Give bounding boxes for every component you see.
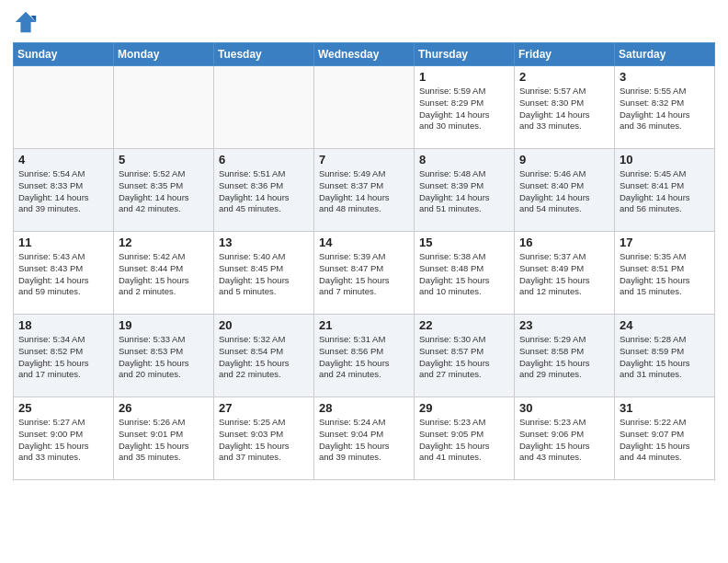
day-number: 22: [419, 318, 509, 332]
calendar-cell: 15Sunrise: 5:38 AM Sunset: 8:48 PM Dayli…: [415, 232, 515, 315]
cell-info: Sunrise: 5:45 AM Sunset: 8:41 PM Dayligh…: [620, 168, 710, 215]
calendar-cell: [314, 66, 415, 149]
calendar-cell: [14, 66, 114, 149]
cell-info: Sunrise: 5:24 AM Sunset: 9:04 PM Dayligh…: [319, 417, 409, 464]
cell-info: Sunrise: 5:23 AM Sunset: 9:06 PM Dayligh…: [519, 417, 609, 464]
cell-info: Sunrise: 5:54 AM Sunset: 8:33 PM Dayligh…: [18, 168, 108, 215]
day-header-friday: Friday: [515, 43, 615, 66]
cell-info: Sunrise: 5:30 AM Sunset: 8:57 PM Dayligh…: [419, 334, 509, 381]
day-number: 1: [419, 70, 509, 84]
cell-info: Sunrise: 5:57 AM Sunset: 8:30 PM Dayligh…: [519, 86, 609, 132]
day-number: 18: [18, 318, 108, 332]
day-number: 11: [18, 236, 108, 249]
cell-info: Sunrise: 5:43 AM Sunset: 8:43 PM Dayligh…: [18, 251, 108, 298]
day-number: 9: [519, 153, 609, 167]
cell-info: Sunrise: 5:23 AM Sunset: 9:05 PM Dayligh…: [419, 417, 509, 464]
day-number: 30: [519, 401, 609, 415]
cell-info: Sunrise: 5:39 AM Sunset: 8:47 PM Dayligh…: [319, 251, 409, 298]
calendar-cell: 28Sunrise: 5:24 AM Sunset: 9:04 PM Dayli…: [314, 397, 415, 480]
calendar-cell: 3Sunrise: 5:55 AM Sunset: 8:32 PM Daylig…: [615, 66, 715, 149]
calendar-cell: 11Sunrise: 5:43 AM Sunset: 8:43 PM Dayli…: [14, 232, 114, 315]
day-number: 3: [620, 70, 710, 84]
cell-info: Sunrise: 5:51 AM Sunset: 8:36 PM Dayligh…: [219, 168, 309, 215]
cell-info: Sunrise: 5:46 AM Sunset: 8:40 PM Dayligh…: [519, 168, 609, 215]
day-header-row: SundayMondayTuesdayWednesdayThursdayFrid…: [14, 43, 715, 66]
day-number: 25: [18, 401, 108, 415]
day-header-tuesday: Tuesday: [214, 43, 314, 66]
day-number: 7: [319, 153, 409, 167]
cell-info: Sunrise: 5:31 AM Sunset: 8:56 PM Dayligh…: [319, 334, 409, 381]
week-row-3: 11Sunrise: 5:43 AM Sunset: 8:43 PM Dayli…: [14, 232, 715, 315]
calendar-cell: 1Sunrise: 5:59 AM Sunset: 8:29 PM Daylig…: [415, 66, 515, 149]
calendar-page: SundayMondayTuesdayWednesdayThursdayFrid…: [0, 0, 728, 489]
day-number: 28: [319, 401, 409, 415]
day-number: 5: [119, 153, 209, 167]
day-header-wednesday: Wednesday: [314, 43, 415, 66]
calendar-cell: 14Sunrise: 5:39 AM Sunset: 8:47 PM Dayli…: [314, 232, 415, 315]
calendar-body: 1Sunrise: 5:59 AM Sunset: 8:29 PM Daylig…: [14, 66, 715, 480]
cell-info: Sunrise: 5:35 AM Sunset: 8:51 PM Dayligh…: [620, 251, 710, 298]
calendar-cell: 16Sunrise: 5:37 AM Sunset: 8:49 PM Dayli…: [515, 232, 615, 315]
cell-info: Sunrise: 5:34 AM Sunset: 8:52 PM Dayligh…: [18, 334, 108, 381]
cell-info: Sunrise: 5:32 AM Sunset: 8:54 PM Dayligh…: [219, 334, 309, 381]
cell-info: Sunrise: 5:42 AM Sunset: 8:44 PM Dayligh…: [119, 251, 209, 298]
week-row-5: 25Sunrise: 5:27 AM Sunset: 9:00 PM Dayli…: [14, 397, 715, 480]
day-header-thursday: Thursday: [415, 43, 515, 66]
calendar-cell: 26Sunrise: 5:26 AM Sunset: 9:01 PM Dayli…: [114, 397, 214, 480]
calendar-cell: 12Sunrise: 5:42 AM Sunset: 8:44 PM Dayli…: [114, 232, 214, 315]
day-number: 29: [419, 401, 509, 415]
day-number: 6: [219, 153, 309, 167]
cell-info: Sunrise: 5:55 AM Sunset: 8:32 PM Dayligh…: [620, 86, 710, 132]
calendar-cell: 9Sunrise: 5:46 AM Sunset: 8:40 PM Daylig…: [515, 149, 615, 232]
day-number: 4: [18, 153, 108, 167]
day-header-monday: Monday: [114, 43, 214, 66]
calendar-cell: 29Sunrise: 5:23 AM Sunset: 9:05 PM Dayli…: [415, 397, 515, 480]
day-number: 2: [519, 70, 609, 84]
logo: [13, 9, 42, 35]
svg-marker-0: [16, 12, 36, 32]
calendar-cell: 18Sunrise: 5:34 AM Sunset: 8:52 PM Dayli…: [14, 315, 114, 397]
week-row-4: 18Sunrise: 5:34 AM Sunset: 8:52 PM Dayli…: [14, 315, 715, 397]
day-number: 20: [219, 318, 309, 332]
week-row-2: 4Sunrise: 5:54 AM Sunset: 8:33 PM Daylig…: [14, 149, 715, 232]
day-number: 13: [219, 236, 309, 249]
calendar-cell: [114, 66, 214, 149]
calendar-cell: 13Sunrise: 5:40 AM Sunset: 8:45 PM Dayli…: [214, 232, 314, 315]
header: [13, 9, 715, 35]
calendar-cell: 10Sunrise: 5:45 AM Sunset: 8:41 PM Dayli…: [615, 149, 715, 232]
calendar-cell: 21Sunrise: 5:31 AM Sunset: 8:56 PM Dayli…: [314, 315, 415, 397]
calendar-cell: 23Sunrise: 5:29 AM Sunset: 8:58 PM Dayli…: [515, 315, 615, 397]
calendar-cell: 7Sunrise: 5:49 AM Sunset: 8:37 PM Daylig…: [314, 149, 415, 232]
calendar-cell: 4Sunrise: 5:54 AM Sunset: 8:33 PM Daylig…: [14, 149, 114, 232]
calendar-cell: 2Sunrise: 5:57 AM Sunset: 8:30 PM Daylig…: [515, 66, 615, 149]
day-number: 23: [519, 318, 609, 332]
day-number: 27: [219, 401, 309, 415]
day-number: 24: [620, 318, 710, 332]
day-number: 14: [319, 236, 409, 249]
day-number: 17: [620, 236, 710, 249]
cell-info: Sunrise: 5:37 AM Sunset: 8:49 PM Dayligh…: [519, 251, 609, 298]
day-number: 15: [419, 236, 509, 249]
calendar-header: SundayMondayTuesdayWednesdayThursdayFrid…: [14, 43, 715, 66]
cell-info: Sunrise: 5:59 AM Sunset: 8:29 PM Dayligh…: [419, 86, 509, 132]
day-number: 31: [620, 401, 710, 415]
calendar-cell: 6Sunrise: 5:51 AM Sunset: 8:36 PM Daylig…: [214, 149, 314, 232]
calendar-cell: 22Sunrise: 5:30 AM Sunset: 8:57 PM Dayli…: [415, 315, 515, 397]
cell-info: Sunrise: 5:22 AM Sunset: 9:07 PM Dayligh…: [620, 417, 710, 464]
day-number: 21: [319, 318, 409, 332]
calendar-cell: 17Sunrise: 5:35 AM Sunset: 8:51 PM Dayli…: [615, 232, 715, 315]
calendar-cell: [214, 66, 314, 149]
day-number: 8: [419, 153, 509, 167]
logo-icon: [13, 9, 39, 35]
calendar-cell: 19Sunrise: 5:33 AM Sunset: 8:53 PM Dayli…: [114, 315, 214, 397]
cell-info: Sunrise: 5:25 AM Sunset: 9:03 PM Dayligh…: [219, 417, 309, 464]
cell-info: Sunrise: 5:38 AM Sunset: 8:48 PM Dayligh…: [419, 251, 509, 298]
calendar-cell: 31Sunrise: 5:22 AM Sunset: 9:07 PM Dayli…: [615, 397, 715, 480]
calendar-cell: 20Sunrise: 5:32 AM Sunset: 8:54 PM Dayli…: [214, 315, 314, 397]
calendar-cell: 30Sunrise: 5:23 AM Sunset: 9:06 PM Dayli…: [515, 397, 615, 480]
cell-info: Sunrise: 5:27 AM Sunset: 9:00 PM Dayligh…: [18, 417, 108, 464]
cell-info: Sunrise: 5:28 AM Sunset: 8:59 PM Dayligh…: [620, 334, 710, 381]
calendar-cell: 8Sunrise: 5:48 AM Sunset: 8:39 PM Daylig…: [415, 149, 515, 232]
calendar-cell: 24Sunrise: 5:28 AM Sunset: 8:59 PM Dayli…: [615, 315, 715, 397]
day-header-sunday: Sunday: [14, 43, 114, 66]
